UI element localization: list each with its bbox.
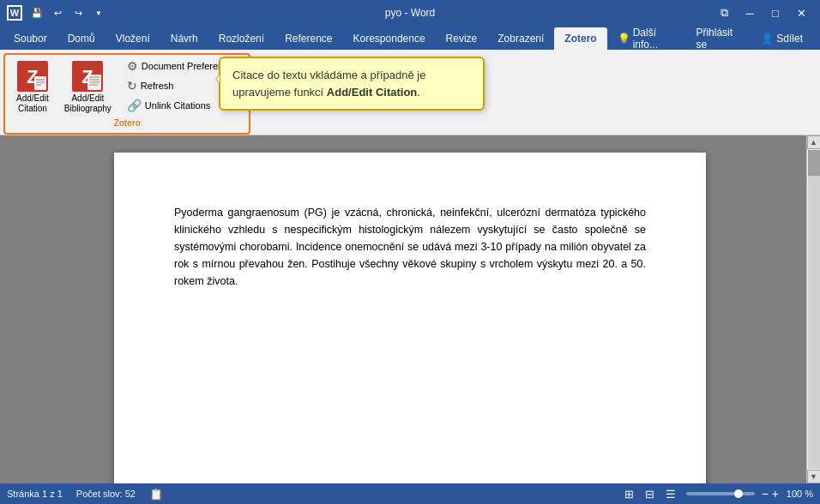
restore-btn[interactable]: ⧉ bbox=[712, 1, 736, 25]
web-layout-btn[interactable]: ⊟ bbox=[642, 486, 659, 501]
tab-zobrazeni[interactable]: Zobrazení bbox=[487, 27, 554, 50]
tooltip-bubble: Citace do textu vkládáme a případně je u… bbox=[219, 57, 485, 111]
read-view-btn[interactable]: ☰ bbox=[662, 486, 679, 501]
status-bar-right: ⊞ ⊟ ☰ − + 100 % bbox=[621, 486, 813, 501]
title-bar-left: W 💾 ↩ ↪ ▼ bbox=[7, 3, 108, 22]
app-container: W 💾 ↩ ↪ ▼ pyo - Word ⧉ ─ □ ✕ Soubor Domů… bbox=[0, 0, 820, 504]
document-wrapper: Pyoderma gangraenosum (PG) je vzácná, ch… bbox=[0, 135, 820, 483]
zotero-group-content: Z Add/Edit Citation bbox=[10, 57, 244, 146]
redo-quick-btn[interactable]: ↪ bbox=[69, 3, 87, 22]
zoom-level: 100 % bbox=[782, 489, 813, 499]
tab-dalsi-info[interactable]: 💡 Další info... bbox=[607, 27, 683, 50]
svg-rect-2 bbox=[34, 76, 46, 90]
tooltip-bold-text: Add/Edit Citation bbox=[327, 86, 417, 99]
title-bar-controls: ⧉ ─ □ ✕ bbox=[712, 1, 813, 25]
print-layout-btn[interactable]: ⊞ bbox=[621, 486, 638, 501]
add-edit-bibliography-label: Add/Edit Bibliography bbox=[64, 93, 112, 114]
vertical-scrollbar[interactable]: ▲ ▼ bbox=[806, 135, 820, 483]
status-bar: Stránka 1 z 1 Počet slov: 52 📋 ⊞ ⊟ ☰ − +… bbox=[0, 483, 820, 504]
tab-rozlozeni[interactable]: Rozložení bbox=[208, 27, 274, 50]
maximize-btn[interactable]: □ bbox=[763, 1, 787, 25]
save-quick-btn[interactable]: 💾 bbox=[27, 3, 46, 22]
customize-quick-btn[interactable]: ▼ bbox=[89, 3, 108, 22]
add-edit-bibliography-btn[interactable]: Z Add/Edit Bibliography bbox=[58, 57, 118, 118]
tab-prihlasit[interactable]: Přihlásit se bbox=[685, 27, 747, 50]
document-text: Pyoderma gangraenosum (PG) je vzácná, ch… bbox=[174, 204, 646, 290]
title-bar: W 💾 ↩ ↪ ▼ pyo - Word ⧉ ─ □ ✕ bbox=[0, 0, 820, 26]
word-icon: W bbox=[7, 5, 22, 21]
undo-quick-btn[interactable]: ↩ bbox=[48, 3, 67, 22]
document-page: Pyoderma gangraenosum (PG) je vzácná, ch… bbox=[114, 153, 706, 483]
minimize-btn[interactable]: ─ bbox=[738, 1, 762, 25]
proofing-icon[interactable]: 📋 bbox=[149, 488, 163, 501]
close-btn[interactable]: ✕ bbox=[789, 1, 813, 25]
page-info: Stránka 1 z 1 bbox=[7, 489, 63, 499]
scroll-down-btn[interactable]: ▼ bbox=[807, 470, 821, 483]
add-edit-citation-label: Add/Edit Citation bbox=[16, 93, 49, 114]
add-edit-citation-icon: Z bbox=[17, 61, 48, 92]
add-edit-citation-btn[interactable]: Z Add/Edit Citation bbox=[10, 57, 55, 118]
tab-zotero[interactable]: Zotero bbox=[554, 27, 606, 50]
gear-icon: ⚙ bbox=[127, 59, 138, 73]
zoom-plus[interactable]: + bbox=[772, 487, 779, 501]
tab-reference[interactable]: Reference bbox=[274, 27, 342, 50]
tab-revize[interactable]: Revize bbox=[436, 27, 488, 50]
tab-sdilet[interactable]: 👤 Sdílet bbox=[751, 27, 813, 50]
tab-navrh[interactable]: Návrh bbox=[160, 27, 208, 50]
add-edit-bibliography-icon: Z bbox=[72, 61, 103, 92]
zoom-minus[interactable]: − bbox=[762, 487, 769, 501]
tab-vlozeni[interactable]: Vložení bbox=[106, 27, 160, 50]
ribbon-content: Z Add/Edit Citation bbox=[0, 50, 820, 135]
refresh-icon: ↻ bbox=[127, 79, 137, 93]
zotero-group-label: Zotero bbox=[5, 117, 249, 129]
word-count: Počet slov: 52 bbox=[76, 489, 136, 499]
zotero-ribbon-group: Z Add/Edit Citation bbox=[3, 53, 250, 135]
scroll-thumb[interactable] bbox=[808, 150, 820, 176]
tab-korespondence[interactable]: Korespondence bbox=[343, 27, 436, 50]
zoom-thumb[interactable] bbox=[734, 489, 743, 498]
document-area: Pyoderma gangraenosum (PG) je vzácná, ch… bbox=[0, 135, 820, 483]
window-title: pyo - Word bbox=[108, 7, 712, 19]
zoom-slider[interactable] bbox=[686, 492, 755, 495]
tab-domu[interactable]: Domů bbox=[57, 27, 106, 50]
quick-access-toolbar: 💾 ↩ ↪ ▼ bbox=[27, 3, 108, 22]
unlink-icon: 🔗 bbox=[127, 99, 142, 112]
ribbon-tabs: Soubor Domů Vložení Návrh Rozložení Refe… bbox=[0, 26, 820, 50]
tooltip-text-after: . bbox=[417, 86, 420, 99]
scroll-up-btn[interactable]: ▲ bbox=[807, 135, 821, 149]
tab-soubor[interactable]: Soubor bbox=[3, 27, 57, 50]
scroll-track[interactable] bbox=[808, 150, 820, 469]
ribbon-tab-right: 💡 Další info... Přihlásit se 👤 Sdílet bbox=[607, 27, 820, 50]
